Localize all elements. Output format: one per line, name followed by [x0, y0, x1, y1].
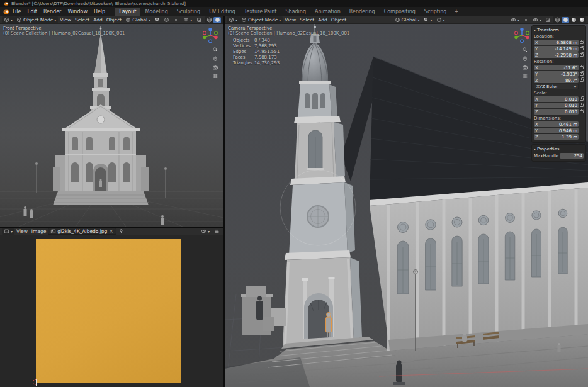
- camera-view-icon[interactable]: [212, 64, 218, 70]
- workspace-tab-compositing[interactable]: Compositing: [380, 8, 420, 16]
- pan-hand-icon[interactable]: [212, 55, 218, 62]
- location-x-row: X6.5808 m: [534, 40, 584, 45]
- shading-solid-button[interactable]: [562, 17, 569, 23]
- view-menu[interactable]: View: [58, 17, 73, 23]
- pan-hand-icon[interactable]: [522, 55, 528, 62]
- lock-icon[interactable]: [580, 110, 584, 113]
- object-mode-icon: [16, 17, 22, 23]
- visibility-dropdown[interactable]: ▾: [509, 16, 521, 23]
- image-datablock-selector[interactable]: gl2kls_4K_Albedo.jpg ×: [48, 228, 116, 235]
- select-menu[interactable]: Select: [298, 17, 316, 23]
- image-options-button[interactable]: [212, 228, 222, 235]
- editor-type-button[interactable]: ▾: [2, 228, 14, 235]
- dimensions-y-field[interactable]: Y0.946 m: [534, 128, 579, 133]
- lock-icon[interactable]: [580, 104, 584, 107]
- lock-icon[interactable]: [580, 72, 584, 76]
- maxhandle-field[interactable]: 254: [560, 153, 584, 159]
- scale-z-field[interactable]: Z0.010: [534, 109, 579, 115]
- perspective-toggle-icon[interactable]: [212, 73, 218, 79]
- navigation-gizmo[interactable]: [202, 27, 218, 43]
- workspace-tab-animation[interactable]: Animation: [310, 8, 345, 16]
- orientation-dropdown[interactable]: Global ▾: [393, 16, 422, 23]
- snap-toggle[interactable]: ▾: [421, 16, 434, 23]
- workspace-tab-modeling[interactable]: Modeling: [140, 8, 172, 16]
- shading-rendered-button[interactable]: [578, 17, 585, 23]
- image-menu[interactable]: Image: [30, 228, 48, 234]
- cursor-2d-icon[interactable]: [33, 379, 38, 385]
- xray-toggle[interactable]: [543, 16, 553, 23]
- menu-help[interactable]: Help: [91, 8, 108, 15]
- add-menu[interactable]: Add: [316, 17, 329, 23]
- lock-icon[interactable]: [580, 79, 584, 82]
- workspace-tab-layout[interactable]: Layout: [115, 8, 140, 16]
- location-y-field[interactable]: Y-14.149 m: [534, 46, 579, 52]
- pin-toggle[interactable]: [116, 228, 126, 235]
- proportional-edit-toggle[interactable]: ▾: [434, 16, 447, 23]
- lock-icon[interactable]: [580, 53, 584, 57]
- view-menu[interactable]: View: [283, 17, 298, 23]
- rotation-z-field[interactable]: Z89.7°: [534, 77, 579, 83]
- viewport-main-canvas[interactable]: Camera Perspective (0) Scene Collection …: [225, 24, 588, 387]
- overlays-dropdown[interactable]: ▾: [181, 16, 194, 23]
- object-menu[interactable]: Object: [105, 17, 123, 23]
- shading-solid-button[interactable]: [213, 17, 221, 23]
- add-workspace-button[interactable]: +: [451, 8, 461, 16]
- workspace-tab-shading[interactable]: Shading: [281, 8, 310, 16]
- blender-logo-icon[interactable]: [3, 8, 9, 15]
- lock-icon[interactable]: [580, 47, 584, 50]
- zoom-icon[interactable]: [212, 47, 218, 53]
- mode-dropdown[interactable]: Object Mode ▾: [14, 16, 58, 23]
- location-x-field[interactable]: X6.5808 m: [534, 40, 579, 45]
- gizmos-toggle[interactable]: [171, 16, 181, 23]
- workspace-tab-rendering[interactable]: Rendering: [345, 8, 380, 16]
- viewport-front-canvas[interactable]: Front Perspective (0) Scene Collection |…: [0, 24, 223, 227]
- scale-x-field[interactable]: X0.010: [534, 96, 579, 102]
- lock-icon[interactable]: [580, 41, 584, 44]
- gizmos-toggle[interactable]: [521, 16, 531, 23]
- orientation-dropdown[interactable]: Global ▾: [123, 16, 152, 23]
- lock-icon[interactable]: [580, 98, 584, 101]
- scale-y-field[interactable]: Y0.010: [534, 103, 579, 108]
- camera-view-icon[interactable]: [522, 64, 528, 70]
- dimensions-x-field[interactable]: X0.461 m: [534, 121, 579, 127]
- workspace-tab-sculpting[interactable]: Sculpting: [172, 8, 205, 16]
- location-z-field[interactable]: Z-2.2958 m: [534, 52, 579, 58]
- image-editor-canvas[interactable]: [0, 235, 223, 387]
- chevron-down-icon: ▾: [11, 18, 13, 22]
- workspace-tab-texture-paint[interactable]: Texture Paint: [240, 8, 281, 16]
- workspace-tab-scripting[interactable]: Scripting: [420, 8, 451, 16]
- snap-toggle[interactable]: [152, 16, 162, 23]
- properties-panel-header[interactable]: ▾ Properties: [534, 146, 584, 152]
- shading-wireframe-button[interactable]: [205, 17, 213, 23]
- add-menu[interactable]: Add: [91, 17, 105, 23]
- proportional-edit-toggle[interactable]: [162, 16, 171, 23]
- transform-panel-header[interactable]: ▾ Transform: [534, 27, 584, 33]
- globe-icon: [395, 17, 400, 23]
- workspace-tab-uv-editing[interactable]: UV Editing: [205, 8, 240, 16]
- rotation-x-field[interactable]: X-11.6°: [534, 65, 579, 70]
- menu-window[interactable]: Window: [64, 8, 91, 15]
- menu-file[interactable]: File: [9, 8, 24, 15]
- menu-edit[interactable]: Edit: [24, 8, 40, 15]
- shading-material-button[interactable]: [222, 17, 223, 23]
- dimensions-z-field[interactable]: Z1.39 m: [534, 134, 579, 140]
- mode-dropdown[interactable]: Object Mode ▾: [239, 16, 283, 23]
- xray-toggle[interactable]: [195, 16, 204, 23]
- editor-type-button[interactable]: ▾: [227, 16, 239, 23]
- image-channels-dropdown[interactable]: ▾: [199, 228, 212, 235]
- overlays-dropdown[interactable]: ▾: [531, 16, 543, 23]
- navigation-gizmo[interactable]: [514, 27, 530, 43]
- editor-type-button[interactable]: ▾: [2, 16, 14, 23]
- shading-material-button[interactable]: [570, 17, 577, 23]
- zoom-icon[interactable]: [522, 47, 528, 53]
- menu-render[interactable]: Render: [40, 8, 64, 15]
- shading-wireframe-button[interactable]: [553, 17, 561, 23]
- view-menu[interactable]: View: [14, 228, 30, 234]
- rotation-y-field[interactable]: Y-0.933°: [534, 71, 579, 77]
- object-menu[interactable]: Object: [329, 17, 348, 23]
- lock-icon[interactable]: [580, 66, 584, 69]
- select-menu[interactable]: Select: [73, 17, 91, 23]
- rotation-mode-dropdown[interactable]: XYZ Euler ▾: [534, 84, 579, 89]
- perspective-toggle-icon[interactable]: [522, 73, 528, 79]
- unlink-image-button[interactable]: ×: [108, 228, 114, 234]
